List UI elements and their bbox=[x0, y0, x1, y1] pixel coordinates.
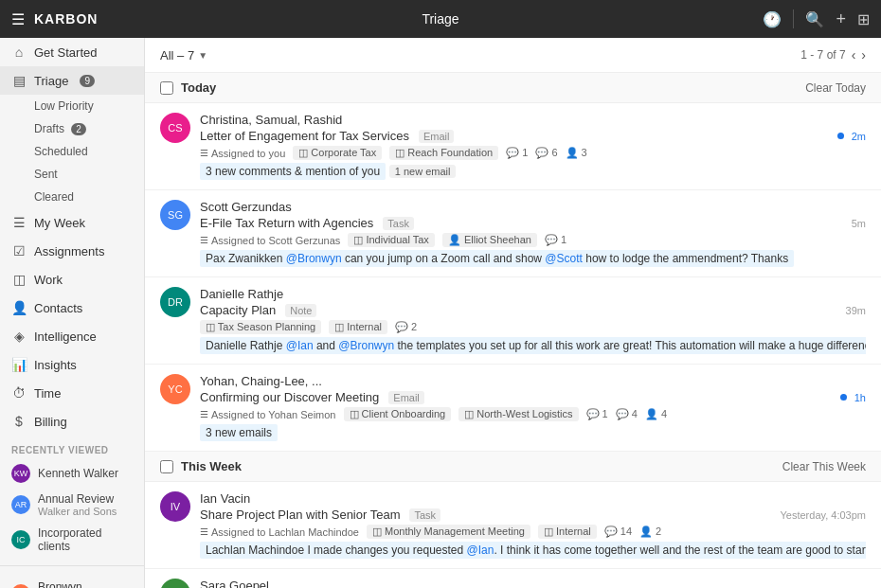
recently-viewed-annual-review[interactable]: AR Annual Review Walker and Sons bbox=[0, 488, 144, 522]
sidebar-item-work[interactable]: ◫ Work bbox=[0, 265, 144, 294]
sidebar-item-intelligence[interactable]: ◈ Intelligence bbox=[0, 322, 144, 350]
email-preview: 3 new emails bbox=[200, 424, 278, 441]
assigned-tag: ☰ Assigned to you bbox=[200, 148, 285, 159]
unread-dot bbox=[840, 394, 847, 401]
email-row[interactable]: SG Scott Gerzundas E-File Tax Return wit… bbox=[145, 190, 881, 277]
intelligence-icon: ◈ bbox=[11, 329, 27, 344]
sidebar-sub-low-priority[interactable]: Low Priority bbox=[0, 95, 144, 117]
email-body: Scott Gerzundas E-File Tax Return with A… bbox=[200, 200, 866, 267]
tag-pill: ◫ Reach Foundation bbox=[389, 146, 498, 160]
next-page-button[interactable]: › bbox=[861, 47, 866, 62]
email-subject: Confirming our Discover Meeting bbox=[200, 390, 379, 404]
triage-icon: ▤ bbox=[11, 73, 27, 88]
count-tag: 👤 4 bbox=[645, 408, 667, 420]
email-time: 5m bbox=[852, 218, 866, 229]
email-type: Email bbox=[388, 391, 424, 404]
incorporated-avatar: IC bbox=[11, 530, 30, 549]
email-preview: Lachlan Machindoe I made changes you req… bbox=[200, 542, 866, 559]
email-type: Note bbox=[285, 304, 316, 317]
email-from: Yohan, Chaing-Lee, ... bbox=[200, 374, 322, 388]
add-icon[interactable]: + bbox=[836, 9, 846, 29]
sidebar-sub-scheduled[interactable]: Scheduled bbox=[0, 140, 144, 163]
bronwyn-avatar: BF bbox=[11, 584, 30, 588]
sidebar-item-insights[interactable]: 📊 Insights bbox=[0, 350, 144, 379]
sidebar-item-billing[interactable]: $ Billing bbox=[0, 407, 144, 436]
recently-viewed-incorporated[interactable]: IC Incorporated clients bbox=[0, 522, 144, 558]
clear-this-week-button[interactable]: Clear This Week bbox=[782, 460, 866, 473]
count-tag: 💬 1 bbox=[506, 147, 528, 159]
recently-viewed-kenneth[interactable]: KW Kenneth Walker bbox=[0, 459, 144, 488]
page-title: Triage bbox=[422, 11, 458, 27]
my-week-icon: ☰ bbox=[11, 215, 27, 230]
sidebar-sub-sent[interactable]: Sent bbox=[0, 163, 144, 186]
tag-pill: ◫ Client Onboarding bbox=[344, 407, 452, 421]
sidebar-sub-cleared[interactable]: Cleared bbox=[0, 186, 144, 208]
insights-icon: 📊 bbox=[11, 357, 27, 372]
drafts-badge: 2 bbox=[71, 123, 86, 135]
sidebar-item-bronwyn[interactable]: BF Bronwyn Fredrickson bbox=[0, 574, 144, 588]
search-icon[interactable]: 🔍 bbox=[805, 10, 824, 28]
tag-pill: ◫ Internal bbox=[329, 320, 387, 334]
triage-badge: 9 bbox=[80, 75, 95, 87]
email-time: 39m bbox=[846, 305, 866, 316]
sidebar-item-get-started[interactable]: ⌂ Get Started bbox=[0, 38, 144, 66]
email-time: Yesterday, 4:03pm bbox=[780, 509, 866, 521]
email-row[interactable]: IV Ian Vacin Share Project Plan with Sen… bbox=[145, 482, 881, 569]
tag-pill: ◫ North-West Logistics bbox=[458, 407, 578, 421]
pagination: 1 - 7 of 7 ‹ › bbox=[800, 47, 866, 62]
contacts-icon: 👤 bbox=[11, 300, 27, 315]
this-week-select-all[interactable] bbox=[160, 460, 173, 473]
tag-pill: 👤 Elliot Sheehan bbox=[442, 233, 537, 247]
recently-viewed-label: RECENTLY VIEWED bbox=[0, 436, 144, 459]
avatar: SG bbox=[160, 200, 190, 230]
email-row[interactable]: DR Danielle Rathje Capacity Plan Note 39… bbox=[145, 277, 881, 365]
this-week-section-header: This Week Clear This Week bbox=[145, 452, 881, 482]
sidebar-item-time[interactable]: ⏱ Time bbox=[0, 379, 144, 407]
filter-caret-icon: ▼ bbox=[198, 50, 207, 61]
email-body: Christina, Samual, Rashid Letter of Enga… bbox=[200, 113, 866, 180]
email-type: Task bbox=[383, 217, 414, 230]
count-tag: 👤 3 bbox=[566, 147, 587, 159]
email-subject: Capacity Plan bbox=[200, 303, 276, 317]
count-tag: 💬 14 bbox=[604, 526, 632, 538]
email-from: Danielle Rathje bbox=[200, 287, 283, 301]
assigned-tag: ☰ Assigned to Lachlan Machindoe bbox=[200, 526, 359, 538]
email-from: Scott Gerzundas bbox=[200, 200, 292, 214]
sidebar-item-my-week[interactable]: ☰ My Week bbox=[0, 208, 144, 237]
email-time: 2m bbox=[852, 131, 866, 142]
sidebar-item-triage[interactable]: ▤ Triage 9 bbox=[0, 66, 144, 95]
sidebar-sub-drafts[interactable]: Drafts 2 bbox=[0, 117, 144, 140]
annual-review-avatar: AR bbox=[11, 495, 30, 514]
prev-page-button[interactable]: ‹ bbox=[852, 47, 856, 62]
email-subject: E-File Tax Return with Agencies bbox=[200, 216, 373, 230]
menu-icon[interactable]: ☰ bbox=[11, 10, 25, 28]
email-time: 1h bbox=[854, 392, 866, 403]
email-row[interactable]: CS Christina, Samual, Rashid Letter of E… bbox=[145, 103, 881, 190]
email-row[interactable]: YC Yohan, Chaing-Lee, ... Confirming our… bbox=[145, 365, 881, 452]
email-row[interactable]: SG Sara Goepel Tax Due-Dates Delayed Not… bbox=[145, 569, 881, 588]
count-tag: 💬 1 bbox=[586, 408, 608, 420]
avatar: CS bbox=[160, 113, 190, 143]
count-tag: 💬 4 bbox=[616, 408, 638, 420]
today-section-header: Today Clear Today bbox=[145, 73, 881, 103]
grid-icon[interactable]: ⊞ bbox=[857, 10, 870, 28]
tag-pill: ◫ Monthly Management Meeting bbox=[367, 525, 530, 539]
today-select-all[interactable] bbox=[160, 81, 173, 95]
filter-button[interactable]: All – 7 ▼ bbox=[160, 48, 207, 62]
assignments-icon: ☑ bbox=[11, 243, 27, 258]
count-tag: 💬 1 bbox=[545, 234, 566, 246]
tag-pill: ◫ Internal bbox=[538, 525, 597, 539]
sidebar-item-contacts[interactable]: 👤 Contacts bbox=[0, 294, 144, 322]
email-body: Ian Vacin Share Project Plan with Senior… bbox=[200, 491, 866, 559]
avatar: DR bbox=[160, 287, 190, 317]
email-preview: Danielle Rathje @Ian and @Bronwyn the te… bbox=[200, 337, 866, 354]
clear-today-button[interactable]: Clear Today bbox=[805, 81, 866, 95]
email-subject: Letter of Engagement for Tax Services bbox=[200, 129, 409, 143]
sidebar-item-assignments[interactable]: ☑ Assignments bbox=[0, 237, 144, 265]
email-type: Email bbox=[419, 130, 455, 143]
tag-pill: ◫ Tax Season Planning bbox=[200, 320, 321, 334]
home-icon: ⌂ bbox=[11, 45, 27, 60]
clock-icon[interactable]: 🕐 bbox=[763, 10, 782, 28]
count-tag: 👤 2 bbox=[639, 526, 661, 538]
count-tag: 💬 2 bbox=[395, 321, 417, 333]
